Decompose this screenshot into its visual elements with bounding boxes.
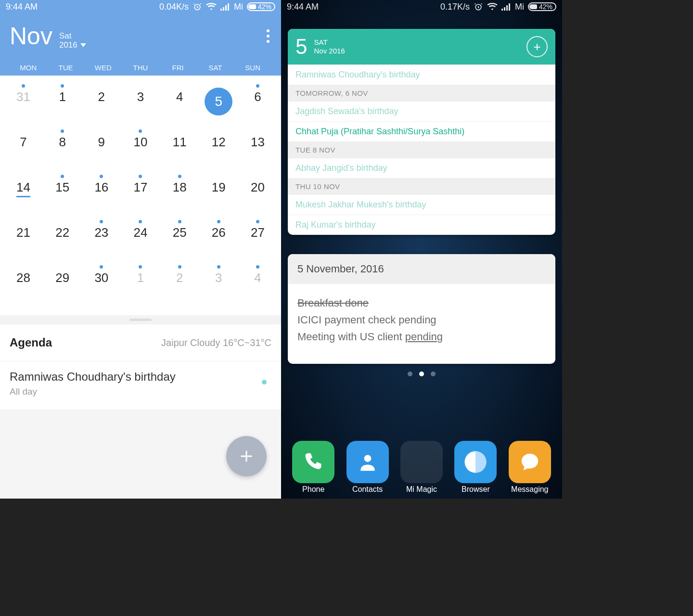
svg-rect-4 [228,3,229,11]
add-event-fab[interactable] [226,436,267,476]
calendar-day[interactable]: 24 [121,216,160,261]
messaging-icon [509,441,551,483]
dock-app-browser[interactable]: Browser [452,441,499,494]
calendar-day[interactable]: 13 [238,126,277,171]
widget-event-row[interactable]: Ramniwas Choudhary's birthday [288,64,555,85]
status-network-speed: 0.04K/s [159,2,189,12]
alarm-icon [474,2,483,12]
home-screen: 9:44 AM 0.17K/s Mi 42% 5 SAT Nov 2016 [281,0,562,499]
svg-rect-2 [223,7,224,11]
status-time: 9:44 AM [6,2,38,12]
day-number: 26 [212,225,226,240]
calendar-day[interactable]: 10 [121,126,160,171]
calendar-grid: 3112345678910111213141516171819202122232… [0,76,281,315]
calendar-widget[interactable]: 5 SAT Nov 2016 + Ramniwas Choudhary's bi… [288,29,555,235]
day-number: 11 [173,135,187,150]
widget-dow: SAT [314,38,345,47]
dock-app-contacts[interactable]: Contacts [344,441,391,494]
notes-widget[interactable]: 5 November, 2016 Breakfast done ICICI pa… [288,254,555,364]
calendar-day[interactable]: 6 [238,80,277,126]
calendar-day[interactable]: 28 [4,261,43,307]
weather-summary[interactable]: Jaipur Cloudy 16°C~31°C [161,337,271,348]
day-number: 7 [20,135,26,150]
widget-event-row[interactable]: Jagdish Sewada's birthday [288,101,555,121]
dow-cell: SUN [234,64,271,72]
calendar-day[interactable]: 23 [82,216,121,261]
widget-event-row[interactable]: Chhat Puja (Pratihar Sashthi/Surya Sasht… [288,121,555,141]
calendar-day[interactable]: 20 [238,171,277,216]
calendar-widget-list: Ramniwas Choudhary's birthdayTOMORROW, 6… [288,64,555,235]
contacts-icon [346,441,389,483]
calendar-day[interactable]: 8 [43,126,82,171]
calendar-day[interactable]: 1 [121,261,160,307]
event-dot [61,129,64,133]
wifi-icon [206,2,217,11]
calendar-day[interactable]: 27 [238,216,277,261]
folder-icon [400,441,443,483]
calendar-day[interactable]: 3 [199,261,238,307]
day-number: 12 [212,135,226,150]
page-indicator[interactable] [281,372,562,376]
calendar-day[interactable]: 26 [199,216,238,261]
calendar-day[interactable]: 30 [82,261,121,307]
event-dot [139,265,142,269]
overflow-menu-button[interactable] [265,26,271,46]
calendar-day[interactable]: 5 [199,80,238,126]
day-number: 4 [254,270,261,285]
calendar-day[interactable]: 7 [4,126,43,171]
status-bar: 9:44 AM 0.17K/s Mi 42% [281,0,562,13]
agenda-title: Agenda [10,336,52,349]
calendar-day[interactable]: 29 [43,261,82,307]
calendar-day[interactable]: 25 [160,216,199,261]
calendar-day[interactable]: 17 [121,171,160,216]
month-picker[interactable]: Nov Sat 2016 [10,22,86,50]
calendar-day[interactable]: 4 [160,80,199,126]
calendar-day[interactable]: 1 [43,80,82,126]
day-number: 2 [176,270,183,285]
widget-event-row[interactable]: Mukesh Jakhar Mukesh's birthday [288,194,555,215]
widget-add-button[interactable]: + [526,36,548,57]
day-number: 30 [94,270,108,285]
calendar-day[interactable]: 16 [82,171,121,216]
status-time: 9:44 AM [287,2,319,12]
dock-folder-mimagic[interactable]: Mi Magic [398,441,445,494]
calendar-day[interactable]: 14 [4,171,43,216]
calendar-day[interactable]: 9 [82,126,121,171]
status-network-speed: 0.17K/s [440,2,470,12]
widget-event-row[interactable]: Raj Kumar's birthday [288,215,555,235]
drag-handle[interactable] [0,315,281,324]
calendar-day[interactable]: 2 [160,261,199,307]
day-number: 10 [134,135,148,150]
calendar-day[interactable]: 21 [4,216,43,261]
calendar-day[interactable]: 19 [199,171,238,216]
widget-event-row[interactable]: Abhay Jangid's birthday [288,158,555,178]
event-dot [256,265,259,269]
calendar-day[interactable]: 31 [4,80,43,126]
dock-app-phone[interactable]: Phone [290,441,337,494]
calendar-day[interactable]: 2 [82,80,121,126]
day-number: 22 [55,225,69,240]
agenda-event-item[interactable]: Ramniwas Choudhary's birthday All day [0,361,281,410]
calendar-day[interactable]: 22 [43,216,82,261]
dock-app-messaging[interactable]: Messaging [506,441,553,494]
calendar-day[interactable]: 15 [43,171,82,216]
day-number: 4 [176,90,183,104]
calendar-day[interactable]: 12 [199,126,238,171]
calendar-day[interactable]: 18 [160,171,199,216]
month-label: Nov [10,22,52,50]
browser-icon [454,441,497,483]
year-label: 2016 [59,40,77,50]
svg-rect-9 [509,3,510,11]
widget-section-header: TUE 8 NOV [288,141,555,158]
calendar-day[interactable]: 3 [121,80,160,126]
notes-body: Breakfast done ICICI payment check pendi… [288,284,555,364]
phone-icon [292,441,334,483]
calendar-day[interactable]: 11 [160,126,199,171]
event-dot [217,265,220,269]
day-number: 28 [16,270,30,285]
status-right-cluster: 0.17K/s Mi 42% [440,2,556,12]
calendar-app-screen: 9:44 AM 0.04K/s Mi 42% Nov Sat 2016 [0,0,281,499]
calendar-day[interactable]: 4 [238,261,277,307]
dock-label: Mi Magic [406,485,437,494]
day-number: 14 [16,180,30,197]
